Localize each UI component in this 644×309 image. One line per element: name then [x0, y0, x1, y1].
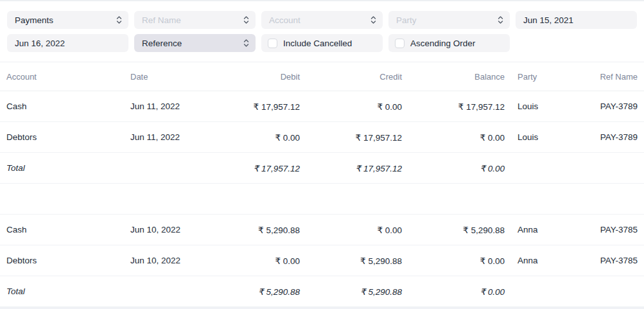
cell-account: Debtors: [0, 132, 124, 142]
cell-account: Cash: [0, 102, 124, 111]
report-type-select[interactable]: Payments: [7, 11, 128, 29]
checkbox-icon: [268, 39, 277, 48]
group-spacer-row: [0, 184, 644, 215]
party-select[interactable]: Party: [388, 11, 510, 29]
table-row[interactable]: Debtors Jun 10, 2022 ₹ 0.00 ₹ 5,290.88 ₹…: [0, 245, 644, 276]
cell-balance: ₹ 5,290.88: [408, 225, 511, 235]
cell-party: Louis: [511, 102, 575, 111]
cell-balance: ₹ 0.00: [408, 256, 511, 266]
filter-row-2: Reference Include Cancelled Ascending Or…: [7, 34, 637, 52]
col-header-party: Party: [511, 72, 575, 82]
col-header-debit: Debit: [214, 72, 306, 82]
cell-ref-name: PAY-3789: [575, 132, 644, 142]
select-updown-icon: [243, 39, 249, 48]
group-by-select[interactable]: Reference: [134, 34, 256, 52]
ref-name-placeholder: Ref Name: [142, 15, 181, 25]
cell-ref-name: PAY-3785: [575, 225, 644, 234]
cell-debit: ₹ 5,290.88: [214, 225, 306, 235]
ascending-order-label: Ascending Order: [410, 39, 475, 48]
cell-ref-name: PAY-3785: [575, 256, 644, 265]
cell-credit: ₹ 5,290.88: [306, 256, 408, 266]
cell-account: Cash: [0, 225, 124, 234]
col-header-account: Account: [0, 72, 124, 82]
cell-debit: ₹ 17,957.12: [214, 102, 306, 112]
cell-ref-name: PAY-3789: [575, 102, 644, 111]
select-updown-icon: [370, 15, 376, 24]
ascending-order-checkbox[interactable]: Ascending Order: [388, 34, 510, 52]
cell-account: Debtors: [0, 256, 124, 265]
cell-credit: ₹ 0.00: [306, 102, 408, 112]
select-updown-icon: [243, 15, 249, 24]
col-header-ref-name: Ref Name: [575, 72, 644, 82]
from-date-input[interactable]: [7, 34, 128, 52]
cell-balance: ₹ 0.00: [408, 132, 511, 143]
select-updown-icon: [116, 15, 122, 24]
cell-date: Jun 10, 2022: [124, 256, 214, 265]
cell-balance: ₹ 17,957.12: [408, 102, 511, 112]
group-by-value: Reference: [142, 39, 182, 48]
cell-credit: ₹ 0.00: [306, 225, 408, 235]
cell-balance: ₹ 0.00: [408, 163, 511, 173]
select-updown-icon: [498, 15, 503, 24]
party-placeholder: Party: [396, 15, 417, 25]
include-cancelled-label: Include Cancelled: [283, 39, 352, 48]
table-header-row: Account Date Debit Credit Balance Party …: [0, 62, 644, 91]
cell-party: Anna: [511, 256, 575, 265]
cell-credit: ₹ 17,957.12: [306, 163, 408, 173]
include-cancelled-checkbox[interactable]: Include Cancelled: [261, 34, 383, 52]
cell-debit: ₹ 0.00: [214, 256, 306, 266]
checkbox-icon: [395, 39, 405, 48]
filter-bar: Payments Ref Name Account Party: [0, 1, 644, 62]
cell-debit: ₹ 0.00: [214, 132, 306, 143]
ledger-table: Account Date Debit Credit Balance Party …: [0, 62, 644, 309]
account-select[interactable]: Account: [261, 11, 383, 29]
table-row[interactable]: Debtors Jun 11, 2022 ₹ 0.00 ₹ 17,957.12 …: [0, 122, 644, 153]
table-row[interactable]: Cash Jun 11, 2022 ₹ 17,957.12 ₹ 0.00 ₹ 1…: [0, 91, 644, 122]
table-row[interactable]: Cash Jun 10, 2022 ₹ 5,290.88 ₹ 0.00 ₹ 5,…: [0, 215, 644, 245]
cell-date: Jun 10, 2022: [124, 225, 214, 234]
cell-date: Jun 11, 2022: [124, 102, 214, 111]
to-date-input[interactable]: [516, 11, 637, 29]
cell-account: Total: [0, 163, 124, 173]
cell-balance: ₹ 0.00: [408, 287, 511, 297]
ref-name-select[interactable]: Ref Name: [134, 11, 256, 29]
cell-credit: ₹ 5,290.88: [306, 287, 408, 297]
cell-account: Total: [0, 287, 124, 296]
col-header-credit: Credit: [306, 72, 408, 82]
report-type-value: Payments: [15, 15, 53, 25]
total-row: Total ₹ 5,290.88 ₹ 5,290.88 ₹ 0.00: [0, 276, 644, 307]
cell-debit: ₹ 17,957.12: [214, 163, 306, 173]
account-placeholder: Account: [269, 15, 300, 25]
filter-row-1: Payments Ref Name Account Party: [7, 11, 637, 29]
col-header-date: Date: [124, 72, 214, 82]
cell-credit: ₹ 17,957.12: [306, 132, 408, 143]
col-header-balance: Balance: [408, 72, 511, 82]
cell-party: Anna: [511, 225, 575, 234]
cell-date: Jun 11, 2022: [124, 132, 214, 142]
total-row: Total ₹ 17,957.12 ₹ 17,957.12 ₹ 0.00: [0, 153, 644, 184]
cell-debit: ₹ 5,290.88: [214, 287, 306, 297]
cell-party: Louis: [511, 132, 575, 142]
